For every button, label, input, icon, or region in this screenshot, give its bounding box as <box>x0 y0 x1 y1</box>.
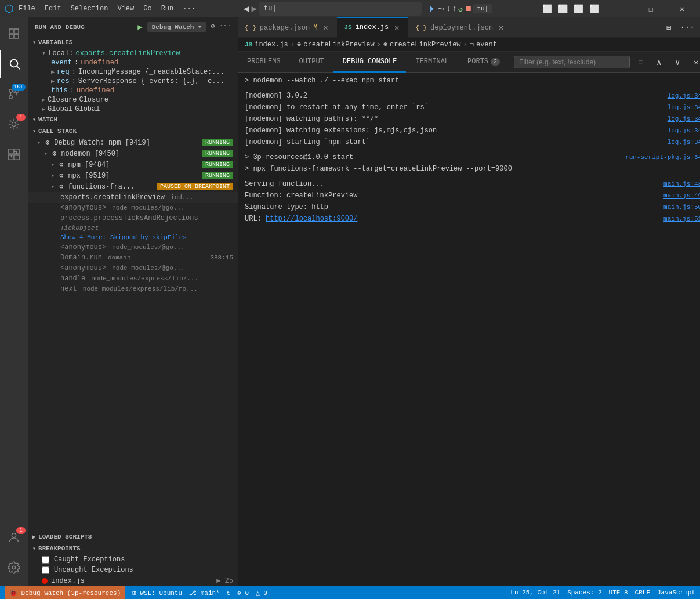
debug-config-select[interactable]: tu| <box>473 4 492 13</box>
layout-panel[interactable]: ⬜ <box>556 4 570 14</box>
tab-debug-console[interactable]: DEBUG CONSOLE <box>333 52 407 73</box>
breadcrumb-inner-func[interactable]: createLinkPreview <box>390 41 460 49</box>
link-main48[interactable]: main.js:48 <box>663 179 700 189</box>
tab-package-json[interactable]: { } package.json M ✕ <box>238 17 337 38</box>
status-git[interactable]: ⎇ main* <box>189 589 220 597</box>
link-main49[interactable]: main.js:49 <box>663 190 700 201</box>
debug-step-into[interactable]: ↓ <box>446 4 451 13</box>
tab-terminal[interactable]: TERMINAL <box>406 52 458 73</box>
var-this[interactable]: this: undefined <box>28 86 238 95</box>
activity-settings[interactable] <box>0 554 28 582</box>
loaded-scripts-header[interactable]: ▶ LOADED SCRIPTS <box>28 531 238 543</box>
tab-deployment-json[interactable]: { } deployment.json ✕ <box>408 17 513 38</box>
activity-extensions[interactable] <box>0 140 28 168</box>
activity-debug[interactable]: 1 <box>0 110 28 138</box>
tab-package-close[interactable]: ✕ <box>321 23 330 33</box>
var-req[interactable]: ▶ req: IncomingMessage {_readableState:.… <box>28 67 238 77</box>
breadcrumb-event[interactable]: event <box>476 41 497 49</box>
local-scope[interactable]: ▾ Local: exports.createLinkPreview <box>28 48 238 58</box>
panel-scroll-down[interactable]: ∨ <box>669 54 686 70</box>
status-encoding[interactable]: UTF-8 <box>609 589 628 596</box>
split-editor-btn[interactable]: ⊞ <box>661 19 677 35</box>
tab-problems[interactable]: PROBLEMS <box>238 52 290 73</box>
watch-header[interactable]: ▾ WATCH <box>28 114 238 125</box>
breakpoints-header[interactable]: ▾ BREAKPOINTS <box>28 543 238 554</box>
menu-go[interactable]: Go <box>143 5 151 13</box>
stack-debug-watch[interactable]: ▾ ⚙ Debug Watch: npm [9419] RUNNING <box>28 137 238 148</box>
tab-index-close[interactable]: ✕ <box>392 23 401 32</box>
global-scope[interactable]: ▶ Global Global <box>28 104 238 114</box>
debug-stop[interactable]: ⏹ <box>464 4 472 13</box>
menu-file[interactable]: File <box>19 5 35 13</box>
debug-step-over[interactable]: ⤳ <box>438 4 445 14</box>
frame-anonymous-3[interactable]: <anonymous> node_modules/@go... <box>28 263 238 273</box>
status-eol[interactable]: CRLF <box>635 589 650 596</box>
layout-activity[interactable]: ⬜ <box>571 4 586 14</box>
activity-source-control[interactable]: 1K+ <box>0 80 28 108</box>
frame-domain-run[interactable]: Domain.run domain 388:15 <box>28 252 238 263</box>
tab-ports[interactable]: PORTS 2 <box>458 52 509 73</box>
tab-output[interactable]: OUTPUT <box>290 52 333 73</box>
breadcrumb-file[interactable]: index.js <box>255 41 288 49</box>
frame-processTicksAndRejections[interactable]: process.processTicksAndRejections <box>28 213 238 223</box>
search-input[interactable]: tu| <box>264 5 277 13</box>
link-log34-2[interactable]: log.js:34 <box>668 102 700 113</box>
close-button[interactable]: ✕ <box>669 0 695 17</box>
status-language[interactable]: JavaScript <box>657 589 695 596</box>
stack-nodemon[interactable]: ▾ ⚙ nodemon [9450] RUNNING <box>28 148 238 159</box>
var-event[interactable]: event: undefined <box>28 58 238 67</box>
activity-search[interactable] <box>0 50 28 78</box>
stack-npm[interactable]: ▾ ⚙ npm [9484] RUNNING <box>28 159 238 170</box>
status-debug[interactable]: 🐞 Debug Watch (3p-resources) <box>5 586 125 599</box>
maximize-button[interactable]: ☐ <box>637 0 664 17</box>
more-tabs-btn[interactable]: ··· <box>679 19 695 35</box>
status-errors[interactable]: ⊗ 0 <box>237 589 249 597</box>
nav-back[interactable]: ◀ <box>244 3 249 15</box>
debug-step-out[interactable]: ↑ <box>452 4 456 13</box>
variables-header[interactable]: ▾ VARIABLES <box>28 37 238 48</box>
status-spaces[interactable]: Spaces: 2 <box>567 589 601 596</box>
menu-more[interactable]: ··· <box>183 5 195 13</box>
debug-play-icon[interactable]: ▶ <box>137 22 142 32</box>
panel-close[interactable]: ✕ <box>688 54 700 70</box>
menu-view[interactable]: View <box>117 5 134 13</box>
minimize-button[interactable]: — <box>606 0 633 17</box>
caught-exceptions-checkbox[interactable] <box>42 556 49 564</box>
callstack-header[interactable]: ▾ CALL STACK <box>28 125 238 137</box>
frame-next[interactable]: next node_modules/express/lib/ro... <box>28 284 238 294</box>
stack-npx[interactable]: ▾ ⚙ npx [9519] RUNNING <box>28 170 238 181</box>
menu-selection[interactable]: Selection <box>71 5 108 13</box>
frame-anonymous-2[interactable]: <anonymous> node_modules/@go... <box>28 242 238 252</box>
link-log34-1[interactable]: log.js:34 <box>668 91 700 101</box>
tab-deployment-close[interactable]: ✕ <box>496 23 506 33</box>
debug-restart[interactable]: ↺ <box>458 4 463 14</box>
link-main51[interactable]: main.js:51 <box>663 214 700 224</box>
debug-config-name[interactable]: Debug Watch ▾ <box>147 22 206 32</box>
breadcrumb-outer-func[interactable]: createLinkPreview <box>303 41 374 49</box>
uncaught-exceptions-checkbox[interactable] <box>42 566 49 574</box>
status-ln-col[interactable]: Ln 25, Col 21 <box>510 589 560 596</box>
activity-account[interactable]: 1 <box>0 524 28 551</box>
skip-files-link[interactable]: Show 4 More: Skipped by skipFiles <box>28 233 238 242</box>
tab-index-js[interactable]: JS index.js ✕ <box>337 17 408 38</box>
status-wsl[interactable]: ⊞ WSL: Ubuntu <box>132 589 182 597</box>
bp-index-js[interactable]: index.js ▶ 25 <box>28 575 238 586</box>
menu-run[interactable]: Run <box>161 5 174 13</box>
debug-more-icon[interactable]: ··· <box>219 22 231 32</box>
debug-continue[interactable]: ⏵ <box>429 4 437 13</box>
nav-forward[interactable]: ▶ <box>251 3 257 15</box>
frame-handle[interactable]: handle node_modules/express/lib/... <box>28 273 238 284</box>
link-log34-5[interactable]: log.js:34 <box>668 137 700 147</box>
closure-scope[interactable]: ▶ Closure Closure <box>28 95 238 104</box>
link-main50[interactable]: main.js:50 <box>663 202 700 212</box>
status-warnings[interactable]: △ 0 <box>256 589 267 597</box>
status-sync[interactable]: ↻ <box>227 589 231 597</box>
stack-functions[interactable]: ▾ ⚙ functions-fra... PAUSED ON BREAKPOIN… <box>28 181 238 192</box>
panel-scroll-up[interactable]: ∧ <box>651 54 667 70</box>
frame-anonymous-1[interactable]: <anonymous> node_modules/@go... <box>28 203 238 213</box>
link-log34-3[interactable]: log.js:34 <box>668 114 700 124</box>
menu-edit[interactable]: Edit <box>45 5 61 13</box>
link-log34-4[interactable]: log.js:34 <box>668 125 700 136</box>
debug-gear-icon[interactable]: ⚙ <box>211 22 215 32</box>
activity-explorer[interactable] <box>0 20 28 48</box>
